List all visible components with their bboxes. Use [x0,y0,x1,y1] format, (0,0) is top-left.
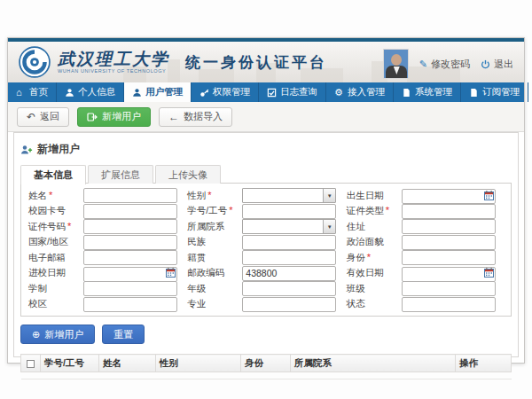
change-password-link[interactable]: ✎ 修改密码 [419,58,470,71]
ethnicity-input[interactable] [242,235,336,250]
nav-label: 系统管理 [415,86,452,98]
nav-tab-permission-management[interactable]: 权限管理 [192,82,259,102]
import-label: 数据导入 [184,110,223,123]
header: 武汉理工大学 WUHAN UNIVERSITY OF TECHNOLOGY 统一… [8,42,524,82]
study-length-label: 学制 [28,283,83,295]
brand: 武汉理工大学 WUHAN UNIVERSITY OF TECHNOLOGY 统一… [19,46,327,78]
calendar-icon[interactable] [484,268,494,278]
nav-tab-user-management[interactable]: 用户管理 [124,82,192,102]
logout-link[interactable]: 退出 [481,58,513,71]
gender-select[interactable]: ▼ [242,188,336,203]
empty-table-row [21,372,512,379]
address-input[interactable] [402,219,496,234]
country-input[interactable] [83,235,177,250]
page: 武汉理工大学 WUHAN UNIVERSITY OF TECHNOLOGY 统一… [0,0,532,399]
home-icon: ⌂ [16,88,26,98]
back-label: 返回 [40,110,59,123]
nav-tab-log-query[interactable]: 日志查询 [259,82,326,102]
submit-label: 新增用户 [44,328,83,341]
nav-tab-personal-info[interactable]: 个人信息 [57,82,124,102]
status-label: 状态 [347,298,402,310]
id-type-input[interactable] [402,204,496,219]
department-select[interactable]: ▼ [242,219,336,234]
campus-card-label: 校园卡号 [28,205,83,217]
reset-label: 重置 [113,328,133,341]
user-avatar[interactable] [383,49,409,79]
gender-label: 性别* [187,190,242,202]
back-button[interactable]: ↶ 返回 [17,107,69,127]
class-label: 班级 [347,283,402,295]
nav-tab-subscription-management[interactable]: 订阅管理 [461,82,528,102]
tab-label: 基本信息 [34,168,73,182]
postal-code-input[interactable] [242,266,336,281]
col-department: 所属院系 [291,355,456,372]
back-arrow-icon: ↶ [27,112,35,122]
gear-icon: ⚙ [334,88,344,98]
import-arrow-icon: ← [168,112,179,122]
col-student-id: 学号/工号 [41,355,99,372]
avatar-head [391,54,402,66]
col-actions: 操作 [456,355,512,372]
tab-label: 扩展信息 [101,168,140,182]
university-logo-icon [19,46,51,78]
nav-tab-access-management[interactable]: ⚙ 接入管理 [326,82,394,102]
student-id-label: 学号/工号* [187,205,242,217]
toolbar: ↶ 返回 新增用户 ← 数据导入 [8,102,524,132]
major-input[interactable] [242,297,336,312]
reset-button[interactable]: 重置 [102,325,145,344]
study-length-input[interactable] [83,281,177,296]
class-input[interactable] [402,281,496,296]
select-all-checkbox[interactable] [27,360,35,368]
political-status-input[interactable] [402,235,496,250]
native-place-input[interactable] [242,250,336,265]
file-icon [469,88,479,98]
ethnicity-label: 民族 [187,236,242,248]
platform-title: 统一身份认证平台 [185,52,327,73]
id-number-label: 证件号码* [28,221,83,233]
change-password-label: 修改密码 [431,58,470,71]
university-name: 武汉理工大学 [58,51,169,67]
email-input[interactable] [83,250,177,265]
nav-label: 日志查询 [280,86,317,98]
file-icon [402,88,411,98]
name-input[interactable] [83,188,177,203]
log-check-icon [267,88,277,98]
nav-label: 个人信息 [78,86,115,98]
student-id-input[interactable] [242,204,336,219]
add-user-toolbar-button[interactable]: 新增用户 [77,107,151,127]
add-user-section-icon [20,145,33,155]
grade-input[interactable] [242,281,336,296]
nav-tab-system-management[interactable]: 系统管理 [394,82,461,102]
id-number-input[interactable] [83,219,177,234]
tab-upload-avatar[interactable]: 上传头像 [155,165,221,184]
status-input[interactable] [402,297,496,312]
native-place-label: 籍贯 [187,252,242,264]
address-label: 住址 [347,221,402,233]
tab-basic-info[interactable]: 基本信息 [20,165,86,184]
calendar-icon[interactable] [166,268,176,278]
table-header-row: 学号/工号 姓名 性别 身份 所属院系 操作 [21,355,512,372]
section-title-row: 新增用户 [20,142,512,157]
campus-input[interactable] [83,297,177,312]
email-label: 电子邮箱 [28,252,83,264]
country-label: 国家/地区 [28,236,83,248]
tab-extended-info[interactable]: 扩展信息 [88,165,153,184]
chevron-down-icon: ▼ [323,189,335,202]
entry-date-label: 进校日期 [28,267,83,279]
nav-tab-home[interactable]: ⌂ 首页 [8,82,57,102]
entry-date-input[interactable] [83,267,177,282]
campus-card-input[interactable] [83,204,177,219]
plus-circle-icon: ⊕ [32,329,40,340]
political-status-label: 政治面貌 [347,236,402,248]
nav-label: 接入管理 [348,86,385,98]
data-import-button[interactable]: ← 数据导入 [159,107,232,127]
identity-input[interactable] [402,250,496,265]
valid-date-input[interactable] [402,267,496,282]
birth-date-input[interactable] [402,189,496,204]
grade-label: 年级 [187,283,242,295]
col-gender: 性别 [156,355,241,372]
form-tabs: 基本信息 扩展信息 上传头像 [20,165,512,184]
chevron-down-icon: ▼ [323,220,335,233]
submit-add-user-button[interactable]: ⊕ 新增用户 [20,325,95,344]
calendar-icon[interactable] [484,191,494,200]
